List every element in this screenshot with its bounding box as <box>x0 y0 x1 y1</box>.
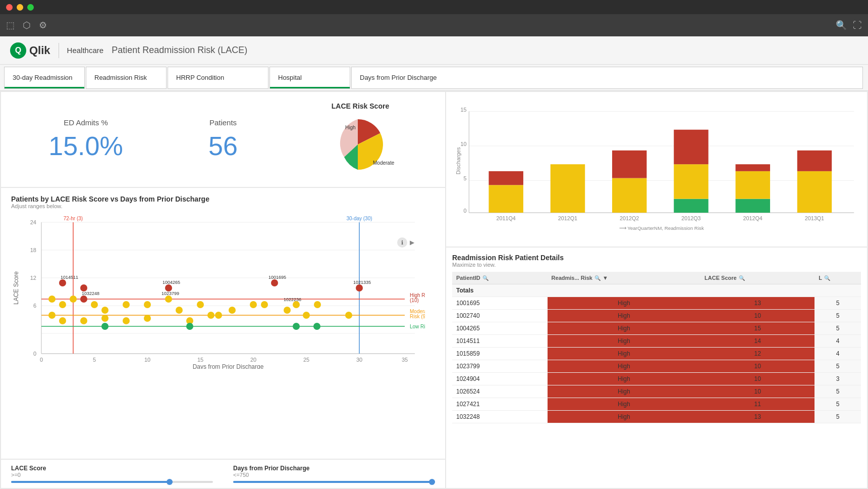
svg-text:High: High <box>345 125 356 130</box>
left-panel: ED Admits % 15.0% Patients 56 LACE Risk … <box>1 92 445 488</box>
svg-rect-98 <box>612 178 646 213</box>
filter-hospital[interactable]: Hospital <box>269 67 350 89</box>
svg-text:Moderate: Moderate <box>373 160 395 166</box>
svg-text:24: 24 <box>30 219 36 225</box>
patient-id-search-icon[interactable]: 🔍 <box>482 275 489 281</box>
svg-text:15: 15 <box>460 107 466 113</box>
totals-label: Totals <box>452 284 548 297</box>
ed-admits-value: 15.0% <box>48 131 123 161</box>
table-row[interactable]: 1027421 High 11 5 <box>452 398 861 411</box>
svg-text:5: 5 <box>463 175 466 181</box>
svg-point-70 <box>215 312 222 319</box>
l-cell: 5 <box>815 322 861 335</box>
lasso-icon[interactable]: ⬡ <box>23 20 31 31</box>
table-row[interactable]: 1024904 High 10 3 <box>452 373 861 385</box>
table-row[interactable]: 1002740 High 10 5 <box>452 310 861 322</box>
svg-rect-107 <box>797 151 832 171</box>
lace-score-search-icon[interactable]: 🔍 <box>739 275 745 281</box>
risk-cell: High <box>548 297 700 310</box>
table-title: Readmission Risk Patient Details <box>452 254 861 262</box>
l-cell: 5 <box>815 411 861 423</box>
risk-cell: High <box>548 411 700 423</box>
lace-pie-chart: High Moderate <box>325 114 396 175</box>
filter-readmission-risk[interactable]: Readmission Risk <box>86 67 167 89</box>
lace-pie-section: LACE Risk Score High <box>292 102 429 177</box>
svg-point-37 <box>165 284 172 291</box>
svg-text:72-hr (3): 72-hr (3) <box>64 216 83 221</box>
svg-point-45 <box>70 296 77 303</box>
svg-point-73 <box>186 323 193 330</box>
maximize-button[interactable] <box>27 4 34 11</box>
svg-point-63 <box>80 317 87 324</box>
svg-point-44 <box>59 301 66 308</box>
table-row[interactable]: 1032248 High 13 5 <box>452 411 861 423</box>
table-header-row: PatientID 🔍 Readmis... Risk 🔍 ▼ <box>452 272 861 284</box>
readmis-risk-search-icon[interactable]: 🔍 <box>594 275 601 281</box>
svg-point-46 <box>91 301 98 308</box>
svg-point-34 <box>80 284 87 291</box>
minimize-button[interactable] <box>17 4 23 11</box>
svg-point-66 <box>144 315 151 322</box>
readmis-risk-sort-icon[interactable]: ▼ <box>603 275 608 281</box>
svg-point-57 <box>293 301 300 308</box>
svg-rect-97 <box>551 164 585 213</box>
svg-text:LACE Score: LACE Score <box>13 271 20 305</box>
table-row[interactable]: 1023799 High 10 5 <box>452 360 861 373</box>
svg-text:2013Q1: 2013Q1 <box>805 215 824 221</box>
svg-point-47 <box>101 307 108 314</box>
kpi-ed-admits: ED Admits % 15.0% <box>17 118 154 161</box>
svg-text:6: 6 <box>33 303 36 309</box>
filter-days-prior-discharge[interactable]: Days from Prior Discharge <box>351 67 863 89</box>
close-button[interactable] <box>6 4 13 11</box>
qlik-logo: Q Qlik <box>10 42 50 59</box>
table-row[interactable]: 1001695 High 13 5 <box>452 297 861 310</box>
filter-30day-readmission[interactable]: 30-day Readmission <box>4 67 85 89</box>
right-panel: 15 10 5 0 Discharges <box>446 92 867 488</box>
fullscreen-icon[interactable]: ⛶ <box>853 20 862 31</box>
svg-text:Discharges: Discharges <box>455 147 461 174</box>
l-cell: 3 <box>815 373 861 385</box>
svg-rect-102 <box>674 130 708 164</box>
svg-text:1001695: 1001695 <box>268 275 286 280</box>
svg-text:⟶ YearQuarterNM,  Readmission : ⟶ YearQuarterNM, Readmission Risk <box>619 225 704 231</box>
l-cell: 5 <box>815 297 861 310</box>
selection-rect-icon[interactable]: ⬚ <box>6 20 15 31</box>
table-row[interactable]: 1026524 High 10 5 <box>452 385 861 398</box>
patient-id-cell: 1032248 <box>452 411 548 423</box>
svg-text:(10): (10) <box>410 298 419 303</box>
lace-cell: 10 <box>700 360 815 373</box>
svg-point-72 <box>101 323 108 330</box>
breadcrumb[interactable]: Healthcare <box>67 46 104 55</box>
patient-id-cell: 1002740 <box>452 310 548 322</box>
table-row[interactable]: 1004265 High 15 5 <box>452 322 861 335</box>
l-search-icon[interactable]: 🔍 <box>824 275 830 281</box>
kpi-patients: Patients 56 <box>154 118 292 161</box>
svg-point-67 <box>165 296 172 303</box>
days-slider-handle[interactable] <box>429 479 435 485</box>
svg-point-59 <box>314 301 321 308</box>
l-cell: 4 <box>815 335 861 348</box>
svg-point-54 <box>250 301 257 308</box>
svg-text:2012Q1: 2012Q1 <box>558 215 577 221</box>
lace-slider-track[interactable] <box>11 481 213 483</box>
lace-slider-handle[interactable] <box>167 479 173 485</box>
settings-icon[interactable]: ⚙ <box>39 20 47 31</box>
search-icon[interactable]: 🔍 <box>836 20 847 31</box>
filter-hrrp-condition[interactable]: HRRP Condition <box>168 67 268 89</box>
svg-point-48 <box>123 301 130 308</box>
days-slider-track[interactable] <box>233 481 435 483</box>
table-row[interactable]: 1015859 High 12 4 <box>452 348 861 360</box>
l-cell: 5 <box>815 310 861 322</box>
titlebar <box>0 0 868 14</box>
svg-point-65 <box>123 317 130 324</box>
l-cell: 5 <box>815 385 861 398</box>
header: Q Qlik Healthcare Patient Readmission Ri… <box>0 36 868 65</box>
patient-id-cell: 1026524 <box>452 385 548 398</box>
table-row[interactable]: 1014511 High 14 4 <box>452 335 861 348</box>
svg-point-53 <box>229 307 236 314</box>
svg-rect-96 <box>489 171 523 185</box>
svg-rect-104 <box>735 171 770 199</box>
l-cell: 5 <box>815 398 861 411</box>
svg-text:35: 35 <box>402 357 408 363</box>
page-title: Patient Readmission Risk (LACE) <box>112 45 247 56</box>
